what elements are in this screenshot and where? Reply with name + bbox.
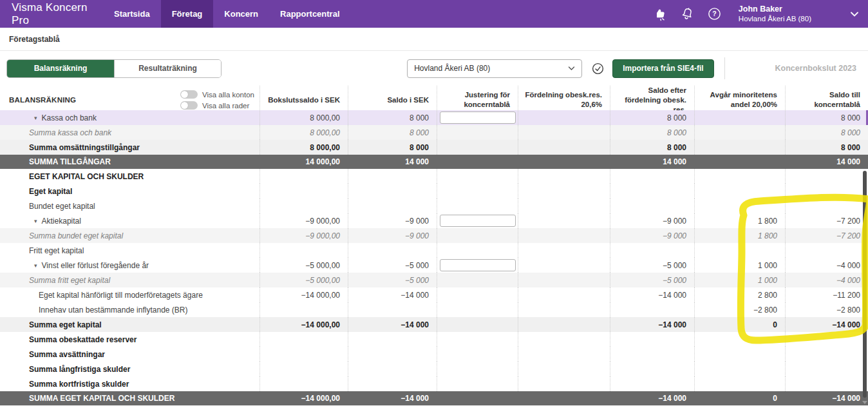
cell-justering bbox=[437, 110, 518, 125]
nav-item-startsida[interactable]: Startsida bbox=[103, 0, 161, 28]
chevron-down-icon[interactable]: ▾ bbox=[34, 218, 37, 224]
tab-balansrakning[interactable]: Balansräkning bbox=[7, 60, 114, 77]
cell-bokslutssaldo bbox=[259, 332, 348, 347]
thumbs-up-icon[interactable] bbox=[652, 6, 669, 23]
cell-justering bbox=[437, 155, 518, 169]
table-row[interactable]: Summa kassa och bank8 000,008 0008 0008 … bbox=[0, 125, 868, 140]
cell-saldo: −5 000 bbox=[348, 273, 437, 287]
table-row[interactable]: Summa kortfristiga skulder bbox=[0, 376, 868, 391]
cell-saldo: −14 000 bbox=[348, 391, 437, 405]
cell-saldo-efter: −14 000 bbox=[610, 391, 694, 405]
report-type-tabs: Balansräkning Resultaträkning bbox=[6, 59, 222, 78]
cell-avgar-minoritet: 1 800 bbox=[694, 213, 785, 228]
cell-saldo-till bbox=[785, 347, 868, 362]
adjustment-input[interactable] bbox=[440, 112, 516, 124]
table-row[interactable]: Summa obeskattade reserver bbox=[0, 332, 868, 347]
vertical-scrollbar[interactable] bbox=[863, 171, 867, 398]
user-menu[interactable]: John Baker Hovland Åkeri AB (80) bbox=[739, 4, 811, 24]
cell-saldo: 8 000 bbox=[348, 125, 437, 140]
cell-bokslutssaldo bbox=[259, 347, 348, 362]
cell-saldo bbox=[348, 184, 437, 199]
cell-saldo: −14 000 bbox=[348, 317, 437, 332]
row-label: Innehav utan bestämmande inflytande (BR) bbox=[0, 302, 259, 317]
row-label: ▾Aktiekapital bbox=[0, 213, 259, 228]
cell-saldo-efter bbox=[610, 347, 694, 362]
cell-bokslutssaldo: −5 000,00 bbox=[259, 258, 348, 273]
cell-justering bbox=[437, 347, 518, 362]
table-row[interactable]: Eget kapital hänförligt till moderföreta… bbox=[0, 287, 868, 302]
row-label: SUMMA EGET KAPITAL OCH SKULDER bbox=[0, 391, 259, 405]
cell-fordelning bbox=[518, 273, 610, 287]
row-label: Eget kapital bbox=[0, 184, 259, 199]
adjustment-input[interactable] bbox=[440, 215, 516, 227]
cell-saldo-till bbox=[785, 376, 868, 391]
check-circle-icon[interactable] bbox=[591, 62, 605, 75]
toggle-row-rader: Visa alla rader bbox=[180, 101, 254, 110]
nav-item-rapportcentral[interactable]: Rapportcentral bbox=[269, 0, 350, 28]
table-row[interactable]: ▾Vinst eller förlust föregående år−5 000… bbox=[0, 258, 868, 273]
cell-avgar-minoritet: 1 800 bbox=[694, 228, 785, 243]
table-row[interactable]: Bundet eget kapital bbox=[0, 199, 868, 213]
cell-saldo-efter: 8 000 bbox=[610, 110, 694, 125]
table-row[interactable]: Fritt eget kapital bbox=[0, 243, 868, 258]
table-row[interactable]: ▾Kassa och bank8 000,008 0008 0008 000 bbox=[0, 110, 868, 125]
table-row[interactable]: Summa fritt eget kapital−5 000,00−5 000−… bbox=[0, 273, 868, 287]
cell-saldo-till: −2 800 bbox=[785, 302, 868, 317]
bell-icon[interactable] bbox=[679, 6, 696, 23]
chevron-down-icon[interactable] bbox=[850, 11, 859, 17]
company-select-value: Hovland Åkeri AB (80) bbox=[414, 64, 490, 73]
import-sie4-button[interactable]: Importera från SIE4-fil bbox=[612, 59, 713, 78]
cell-saldo-efter: 8 000 bbox=[610, 125, 694, 140]
cell-saldo-till bbox=[785, 199, 868, 213]
chevron-down-icon[interactable]: ▾ bbox=[34, 115, 37, 121]
table-row[interactable]: Summa eget kapital−14 000,00−14 000−14 0… bbox=[0, 317, 868, 332]
table-row[interactable]: EGET KAPITAL OCH SKULDER bbox=[0, 169, 868, 184]
cell-saldo-efter: −9 000 bbox=[610, 213, 694, 228]
table-row[interactable]: SUMMA EGET KAPITAL OCH SKULDER−14 000,00… bbox=[0, 391, 868, 405]
table-row[interactable]: Summa långfristiga skulder bbox=[0, 362, 868, 376]
toggle-visa-alla-konton[interactable] bbox=[180, 90, 198, 99]
cell-fordelning bbox=[518, 199, 610, 213]
row-label: Summa obeskattade reserver bbox=[0, 332, 259, 347]
nav-item-foretag[interactable]: Företag bbox=[161, 0, 214, 28]
table-row[interactable]: SUMMA TILLGÅNGAR14 000,0014 00014 00014 … bbox=[0, 155, 868, 169]
cell-fordelning bbox=[518, 317, 610, 332]
company-select[interactable]: Hovland Åkeri AB (80) bbox=[407, 59, 582, 78]
user-company: Hovland Åkeri AB (80) bbox=[739, 14, 811, 24]
cell-bokslutssaldo: −5 000,00 bbox=[259, 273, 348, 287]
table-row[interactable]: Summa omsättningstillgångar8 000,008 000… bbox=[0, 140, 868, 155]
cell-justering bbox=[437, 228, 518, 243]
nav-item-koncern[interactable]: Koncern bbox=[213, 0, 269, 28]
cell-bokslutssaldo: 8 000,00 bbox=[259, 110, 348, 125]
toolbar-divider bbox=[724, 57, 725, 79]
help-circle-icon[interactable]: ? bbox=[706, 6, 723, 23]
table-row[interactable]: ▾Aktiekapital−9 000,00−9 000−9 0001 800−… bbox=[0, 213, 868, 228]
tab-resultatrakning[interactable]: Resultaträkning bbox=[114, 60, 221, 77]
breadcrumb: Företagstablå bbox=[9, 35, 60, 44]
scrollbar-down-arrow[interactable] bbox=[862, 401, 867, 404]
cell-saldo bbox=[348, 243, 437, 258]
table-row[interactable]: Summa avsättningar bbox=[0, 347, 868, 362]
cell-bokslutssaldo: 14 000,00 bbox=[259, 155, 348, 169]
cell-justering bbox=[437, 376, 518, 391]
cell-avgar-minoritet bbox=[694, 243, 785, 258]
chevron-down-icon[interactable]: ▾ bbox=[34, 262, 37, 269]
period-label: Koncernbokslut 2023 bbox=[775, 64, 856, 73]
cell-saldo-efter bbox=[610, 376, 694, 391]
cell-justering bbox=[437, 243, 518, 258]
cell-bokslutssaldo: −9 000,00 bbox=[259, 213, 348, 228]
cell-justering bbox=[437, 199, 518, 213]
adjustment-input[interactable] bbox=[440, 259, 516, 271]
cell-saldo-efter: −14 000 bbox=[610, 287, 694, 302]
table-row[interactable]: Eget kapital bbox=[0, 184, 868, 199]
cell-bokslutssaldo: −9 000,00 bbox=[259, 228, 348, 243]
table-row[interactable]: Summa bundet eget kapital−9 000,00−9 000… bbox=[0, 228, 868, 243]
cell-bokslutssaldo: 8 000,00 bbox=[259, 125, 348, 140]
cell-avgar-minoritet bbox=[694, 184, 785, 199]
cell-avgar-minoritet bbox=[694, 125, 785, 140]
row-label: Summa eget kapital bbox=[0, 317, 259, 332]
toggle-label: Visa alla rader bbox=[202, 102, 249, 110]
table-row[interactable]: Innehav utan bestämmande inflytande (BR)… bbox=[0, 302, 868, 317]
cell-justering bbox=[437, 258, 518, 273]
toggle-visa-alla-rader[interactable] bbox=[180, 101, 198, 110]
